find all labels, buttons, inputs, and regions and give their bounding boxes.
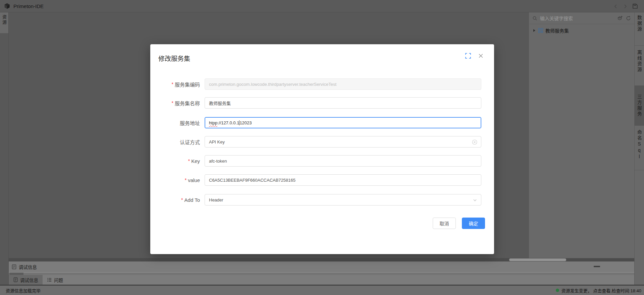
left-sidebar: 资源	[0, 12, 9, 286]
field-label-service-set-name: 服务集名称	[150, 97, 200, 109]
ok-button[interactable]: 确定	[462, 218, 485, 229]
field-label-key: Key	[150, 155, 200, 167]
horizontal-splitter[interactable]	[9, 258, 634, 261]
search-bar: 输入关键字搜索	[529, 12, 634, 24]
search-input[interactable]: 输入关键字搜索	[540, 15, 617, 21]
expand-arrow-icon[interactable]	[533, 29, 535, 32]
tab-offline-resources[interactable]: 离线资源	[635, 50, 644, 83]
debug-log-icon	[11, 264, 17, 270]
bottom-tabbar: 调试信息 问题	[9, 275, 634, 285]
collapsed-row	[9, 273, 634, 275]
debug-log-icon	[13, 277, 18, 282]
tab-problems[interactable]: 问题	[43, 275, 67, 285]
field-label-service-address: 服务地址	[150, 117, 200, 128]
add-to-select[interactable]: Header	[205, 194, 481, 205]
auth-method-select[interactable]: API Key	[205, 136, 481, 148]
tab-named-sql[interactable]: 命名Sql	[635, 130, 644, 162]
status-dot-icon	[556, 289, 559, 292]
edit-service-set-dialog: 修改服务集 服务集编码 com.primeton.gocom.lowcode.t…	[150, 44, 494, 254]
debug-panel-header: 调试信息	[9, 261, 634, 273]
list-icon	[47, 277, 52, 282]
save-icon[interactable]	[632, 3, 638, 9]
close-icon[interactable]	[478, 53, 484, 59]
refresh-icon[interactable]	[626, 16, 631, 21]
service-set-name-input[interactable]: 教师服务集	[205, 97, 481, 109]
clear-icon[interactable]	[472, 139, 477, 145]
debug-panel-title: 调试信息	[19, 263, 37, 270]
tabstrip-divider	[635, 170, 644, 170]
forward-icon[interactable]	[623, 4, 628, 9]
field-label-auth-method: 认证方式	[150, 136, 200, 148]
tree-item-service-set[interactable]: 教师服务集	[529, 26, 634, 35]
tab-data-source[interactable]: 数据源	[635, 15, 644, 46]
service-address-input[interactable]: htpp://127.0.0.112023	[205, 117, 481, 128]
cancel-button[interactable]: 取消	[433, 218, 456, 229]
value-input[interactable]: C6A5C13BEEBAF9F660ACCACAB7258165	[205, 174, 481, 186]
app-logo-icon	[4, 3, 10, 9]
chevron-down-icon	[473, 198, 477, 202]
sidebar-tab-resources[interactable]: 资源	[0, 12, 8, 33]
titlebar-actions	[613, 0, 638, 12]
search-icon	[532, 16, 537, 21]
field-label-add-to: Add To	[150, 194, 200, 205]
back-icon[interactable]	[613, 4, 618, 9]
horizontal-scrollbar-thumb[interactable]	[509, 258, 566, 261]
status-message: 资源信息加载完毕	[6, 287, 41, 294]
tab-debug-info[interactable]: 调试信息	[9, 275, 43, 285]
clipped-content	[9, 273, 23, 275]
panel-toolbar	[617, 15, 631, 21]
fullscreen-icon[interactable]	[465, 53, 471, 59]
tabstrip-divider	[635, 45, 644, 46]
tree-item-label: 教师服务集	[545, 27, 569, 34]
right-tabstrip: 数据源 离线资源 三方服务 命名Sql	[634, 12, 644, 286]
dialog-title: 修改服务集	[158, 54, 190, 63]
minimize-panel-icon[interactable]	[594, 266, 600, 267]
tab-third-party-service[interactable]: 三方服务	[635, 85, 644, 126]
key-input[interactable]: afc-token	[205, 155, 481, 167]
resource-change-notice[interactable]: 资源发生变更， 点击查看,检查时间:18:40	[556, 287, 641, 294]
sidebar-tab-label: 资源	[2, 15, 6, 33]
app-title: Primeton-IDE	[13, 3, 44, 9]
field-label-service-set-code: 服务集编码	[150, 78, 200, 90]
statusbar: 资源信息加载完毕 资源发生变更， 点击查看,检查时间:18:40	[0, 285, 644, 295]
service-set-code-input: com.primeton.gocom.lowcode.thirdpartyser…	[205, 78, 481, 90]
service-set-icon	[538, 28, 543, 33]
titlebar: Primeton-IDE	[0, 0, 644, 12]
third-party-service-panel: 输入关键字搜索 教师服务集	[529, 12, 634, 258]
field-label-value: value	[150, 174, 200, 186]
add-service-set-icon[interactable]	[617, 15, 623, 21]
